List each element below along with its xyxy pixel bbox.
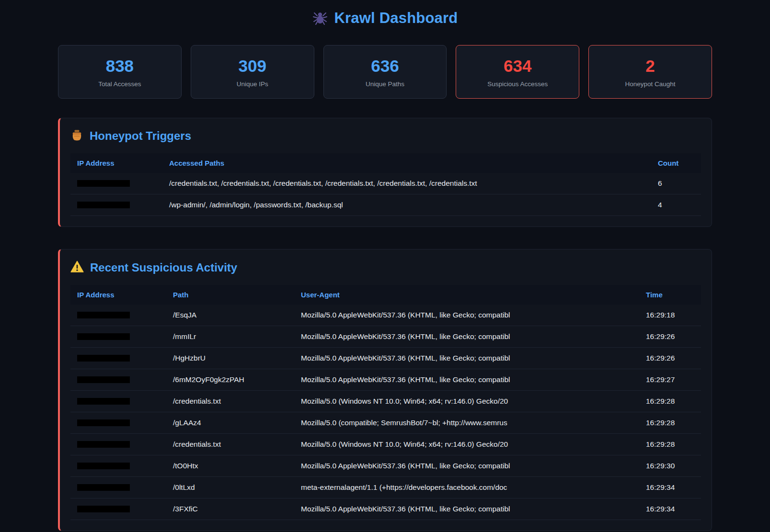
paths-cell: /credentials.txt, /credentials.txt, /cre…	[162, 173, 651, 194]
user-agent-cell: Mozilla/5.0 AppleWebKit/537.36 (KHTML, l…	[294, 455, 639, 476]
stat-value: 838	[63, 57, 176, 76]
stat-card-total-accesses: 838 Total Accesses	[58, 45, 182, 99]
honeypot-icon	[70, 129, 83, 144]
table-row: /EsqJA Mozilla/5.0 AppleWebKit/537.36 (K…	[70, 305, 701, 326]
column-header-ip: IP Address	[70, 285, 166, 305]
redacted-ip	[77, 463, 130, 469]
time-cell: 16:29:30	[639, 455, 701, 476]
app-header: Krawl Dashboard	[58, 10, 712, 27]
table-row: /3FXfiC Mozilla/5.0 AppleWebKit/537.36 (…	[70, 498, 701, 520]
path-cell: /EsqJA	[166, 305, 294, 326]
user-agent-cell: Mozilla/5.0 AppleWebKit/537.36 (KHTML, l…	[294, 305, 639, 326]
stat-card-unique-paths: 636 Unique Paths	[323, 45, 447, 99]
count-cell: 6	[651, 173, 701, 194]
stat-value: 309	[196, 57, 309, 76]
stat-value: 2	[594, 57, 707, 76]
time-cell: 16:29:28	[639, 390, 701, 412]
honeypot-panel-heading: Honeypot Triggers	[90, 129, 191, 143]
redacted-ip	[77, 333, 130, 340]
table-row: /wp-admin/, /admin/login, /passwords.txt…	[70, 194, 701, 215]
table-row: /mmILr Mozilla/5.0 AppleWebKit/537.36 (K…	[70, 326, 701, 347]
redacted-ip	[77, 312, 130, 318]
time-cell: 16:29:28	[639, 433, 701, 455]
stat-label: Unique IPs	[196, 80, 309, 88]
table-row: /credentials.txt Mozilla/5.0 (Windows NT…	[70, 433, 701, 455]
time-cell: 16:29:26	[639, 326, 701, 347]
table-row: /credentials.txt Mozilla/5.0 (Windows NT…	[70, 390, 701, 412]
time-cell: 16:29:18	[639, 305, 701, 326]
redacted-ip	[77, 506, 130, 512]
user-agent-cell: Mozilla/5.0 AppleWebKit/537.36 (KHTML, l…	[294, 369, 639, 390]
time-cell: 16:29:34	[639, 498, 701, 520]
ip-cell	[70, 194, 162, 215]
ip-cell	[70, 476, 166, 498]
stat-label: Suspicious Accesses	[461, 80, 574, 88]
column-header-user-agent: User-Agent	[294, 285, 639, 305]
user-agent-cell: meta-externalagent/1.1 (+https://develop…	[294, 476, 639, 498]
redacted-ip	[77, 376, 130, 383]
path-cell: /credentials.txt	[166, 390, 294, 412]
suspicious-header-row: IP Address Path User-Agent Time	[70, 285, 701, 305]
ip-cell	[70, 347, 166, 369]
krawl-dashboard-page: Krawl Dashboard 838 Total Accesses 309 U…	[58, 0, 712, 531]
table-row: /tO0Htx Mozilla/5.0 AppleWebKit/537.36 (…	[70, 455, 701, 476]
user-agent-cell: Mozilla/5.0 AppleWebKit/537.36 (KHTML, l…	[294, 347, 639, 369]
count-cell: 4	[651, 194, 701, 215]
ip-cell	[70, 369, 166, 390]
redacted-ip	[77, 355, 130, 362]
redacted-ip	[77, 484, 130, 491]
column-header-ip: IP Address	[70, 153, 162, 173]
stat-value: 636	[329, 57, 442, 76]
ip-cell	[70, 412, 166, 433]
path-cell: /3FXfiC	[166, 498, 294, 520]
stat-card-suspicious-accesses: 634 Suspicious Accesses	[456, 45, 579, 99]
warning-icon	[70, 260, 84, 275]
column-header-count: Count	[651, 153, 701, 173]
path-cell: /tO0Htx	[166, 455, 294, 476]
ip-cell	[70, 455, 166, 476]
stat-card-honeypot-caught: 2 Honeypot Caught	[588, 45, 712, 99]
column-header-path: Path	[166, 285, 294, 305]
ip-cell	[70, 305, 166, 326]
time-cell: 16:29:26	[639, 347, 701, 369]
time-cell: 16:29:34	[639, 476, 701, 498]
table-row: /6mM2OyF0gk2zPAH Mozilla/5.0 AppleWebKit…	[70, 369, 701, 390]
page-title: Krawl Dashboard	[334, 10, 458, 27]
table-row: /0ltLxd meta-externalagent/1.1 (+https:/…	[70, 476, 701, 498]
suspicious-activity-panel: Recent Suspicious Activity IP Address Pa…	[58, 249, 712, 531]
user-agent-cell: Mozilla/5.0 (Windows NT 10.0; Win64; x64…	[294, 390, 639, 412]
ip-cell	[70, 390, 166, 412]
ip-cell	[70, 433, 166, 455]
stat-value: 634	[461, 57, 574, 76]
redacted-ip	[77, 180, 130, 187]
suspicious-panel-heading: Recent Suspicious Activity	[90, 261, 237, 274]
redacted-ip	[77, 441, 130, 448]
stat-card-unique-ips: 309 Unique IPs	[191, 45, 314, 99]
user-agent-cell: Mozilla/5.0 AppleWebKit/537.36 (KHTML, l…	[294, 498, 639, 520]
suspicious-panel-title: Recent Suspicious Activity	[70, 260, 701, 275]
path-cell: /gLAAz4	[166, 412, 294, 433]
honeypot-panel-title: Honeypot Triggers	[70, 129, 701, 144]
honeypot-header-row: IP Address Accessed Paths Count	[70, 153, 701, 173]
user-agent-cell: Mozilla/5.0 AppleWebKit/537.36 (KHTML, l…	[294, 326, 639, 347]
table-row: /credentials.txt, /credentials.txt, /cre…	[70, 173, 701, 194]
table-row: /HgHzbrU Mozilla/5.0 AppleWebKit/537.36 …	[70, 347, 701, 369]
path-cell: /HgHzbrU	[166, 347, 294, 369]
redacted-ip	[77, 398, 130, 405]
user-agent-cell: Mozilla/5.0 (Windows NT 10.0; Win64; x64…	[294, 433, 639, 455]
stats-row: 838 Total Accesses 309 Unique IPs 636 Un…	[58, 45, 712, 99]
path-cell: /6mM2OyF0gk2zPAH	[166, 369, 294, 390]
column-header-paths: Accessed Paths	[162, 153, 651, 173]
paths-cell: /wp-admin/, /admin/login, /passwords.txt…	[162, 194, 651, 215]
honeypot-triggers-panel: Honeypot Triggers IP Address Accessed Pa…	[58, 118, 712, 227]
path-cell: /mmILr	[166, 326, 294, 347]
stat-label: Unique Paths	[329, 80, 442, 88]
path-cell: /0ltLxd	[166, 476, 294, 498]
column-header-time: Time	[639, 285, 701, 305]
path-cell: /credentials.txt	[166, 433, 294, 455]
honeypot-table: IP Address Accessed Paths Count /credent…	[70, 153, 701, 216]
stat-label: Total Accesses	[63, 80, 176, 88]
ip-cell	[70, 326, 166, 347]
spider-icon	[312, 11, 328, 26]
user-agent-cell: Mozilla/5.0 (compatible; SemrushBot/7~bl…	[294, 412, 639, 433]
